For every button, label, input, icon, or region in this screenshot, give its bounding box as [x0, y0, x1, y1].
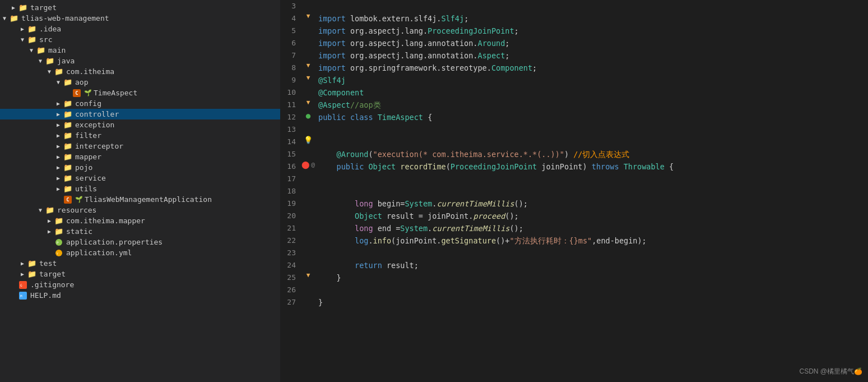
tree-item-com-itheima[interactable]: ▼ 📁 com.itheima	[0, 66, 280, 77]
arrow-service: ▶	[54, 175, 63, 181]
folder-icon-static: 📁	[54, 227, 64, 236]
folder-icon-utils: 📁	[63, 185, 73, 193]
line-num-21: 21	[280, 222, 303, 234]
arrow-com-itheima: ▼	[45, 68, 54, 75]
tree-item-config[interactable]: ▶ 📁 config	[0, 98, 280, 109]
tree-item-target-top[interactable]: ▶ 📁 target	[0, 2, 280, 13]
tree-item-timeaspect[interactable]: C 🌱 TimeAspect	[0, 88, 280, 98]
folder-icon-resources: 📁	[45, 206, 55, 214]
file-tree[interactable]: ▶ 📁 target ▼ 📁 tlias-web-management ▶ 📁 …	[0, 0, 280, 382]
folder-icon-service: 📁	[63, 174, 73, 182]
tree-item-main[interactable]: ▼ 📁 main	[0, 45, 280, 56]
tree-item-utils[interactable]: ▶ 📁 utils	[0, 183, 280, 194]
label-config: config	[75, 99, 101, 108]
arrow-controller: ▶	[54, 111, 63, 117]
code-line-14: 14 💡	[280, 136, 868, 148]
line-content-5: import org.aspectj.lang.ProceedingJoinPo…	[314, 25, 523, 37]
code-line-5: 5 import org.aspectj.lang.ProceedingJoin…	[280, 25, 868, 37]
label-tliasapp: TliasWebManagementApplication	[85, 195, 212, 204]
folder-icon-target-top: 📁	[18, 3, 28, 12]
label-static: static	[66, 227, 92, 236]
label-service: service	[75, 174, 106, 182]
tree-item-gitignore[interactable]: G .gitignore	[0, 279, 280, 290]
code-line-11: 11 ▼ @Aspect//aop类	[280, 99, 868, 111]
code-line-10: 10 @Component	[280, 86, 868, 99]
red-circle-16[interactable]: ⬤	[301, 160, 310, 169]
code-line-21: 21 long end =System.currentTimeMillis();	[280, 222, 868, 234]
line-content-22: log.info(joinPoint.getSignature()+"方法执行耗…	[314, 234, 651, 247]
label-target-bot: target	[39, 270, 66, 278]
tree-item-exception[interactable]: ▶ 📁 exception	[0, 119, 280, 130]
tree-item-target-bot[interactable]: ▶ 📁 target	[0, 269, 280, 279]
tree-item-tlias[interactable]: ▼ 📁 tlias-web-management	[0, 13, 280, 24]
bulb-icon-14[interactable]: 💡	[304, 136, 313, 144]
code-line-27: 27 }	[280, 296, 868, 309]
code-line-20: 20 Object result = joinPoint.proceed();	[280, 210, 868, 222]
class-icon-timeaspect: C	[72, 89, 82, 97]
line-content-27: }	[314, 296, 327, 309]
code-line-24: 24 return result;	[280, 259, 868, 271]
tree-item-idea[interactable]: ▶ 📁 .idea	[0, 24, 280, 34]
label-app-yml: application.yml	[66, 248, 132, 257]
tree-item-tliasapp[interactable]: C 🌱 TliasWebManagementApplication	[0, 194, 280, 205]
arrow-target-top: ▶	[9, 4, 18, 11]
folder-icon-java: 📁	[45, 57, 55, 65]
svg-text:Y: Y	[57, 252, 58, 255]
tree-item-controller[interactable]: ▶ 📁 controller	[0, 109, 280, 119]
tree-item-app-yml[interactable]: Y application.yml	[0, 247, 280, 258]
watermark: CSDN @橘里橘气🍊	[799, 367, 862, 376]
tree-item-src[interactable]: ▼ 📁 src	[0, 34, 280, 45]
line-num-11: 11	[280, 99, 303, 111]
folder-icon-main: 📁	[36, 46, 46, 54]
label-help-md: HELP.md	[30, 291, 61, 300]
label-exception: exception	[75, 121, 114, 129]
tree-item-static[interactable]: ▶ 📁 static	[0, 226, 280, 237]
folder-icon-test: 📁	[27, 259, 37, 268]
code-line-4: 4 ▼ import lombok.extern.slf4j.Slf4j;	[280, 12, 868, 25]
label-filter: filter	[75, 131, 101, 140]
label-utils: utils	[75, 185, 97, 193]
code-line-3: 3	[280, 0, 868, 12]
tree-item-app-props[interactable]: P application.properties	[0, 237, 280, 247]
code-line-18: 18	[280, 185, 868, 197]
tree-item-interceptor[interactable]: ▶ 📁 interceptor	[0, 141, 280, 151]
folder-icon-filter: 📁	[63, 131, 73, 140]
tree-item-filter[interactable]: ▶ 📁 filter	[0, 130, 280, 141]
arrow-static: ▶	[45, 228, 54, 234]
folder-icon-com-itheima: 📁	[54, 67, 64, 76]
code-line-6: 6 import org.aspectj.lang.annotation.Aro…	[280, 37, 868, 49]
folder-icon-interceptor: 📁	[63, 142, 73, 150]
code-line-9: 9 ▼ @Slf4j	[280, 74, 868, 86]
line-content-6: import org.aspectj.lang.annotation.Aroun…	[314, 37, 514, 49]
line-num-14: 14	[280, 136, 303, 148]
tree-item-help-md[interactable]: M HELP.md	[0, 290, 280, 301]
tree-item-aop[interactable]: ▼ 📁 aop	[0, 77, 280, 88]
tree-item-pojo[interactable]: ▶ 📁 pojo	[0, 162, 280, 173]
folder-icon-pojo: 📁	[63, 163, 73, 172]
folder-icon-config: 📁	[63, 99, 73, 108]
tree-item-mapper-res[interactable]: ▶ 📁 com.itheima.mapper	[0, 215, 280, 226]
folder-icon-idea: 📁	[27, 25, 37, 33]
arrow-src: ▼	[18, 36, 27, 43]
svg-text:M: M	[20, 294, 22, 298]
line-content-11: @Aspect//aop类	[314, 99, 386, 111]
line-content-8: import org.springframework.stereotype.Co…	[314, 62, 541, 74]
arrow-gutter-11: ▼	[307, 99, 310, 106]
gutter-16: ⬤ @	[303, 160, 314, 169]
label-timeaspect: TimeAspect	[94, 89, 137, 97]
line-num-13: 13	[280, 123, 303, 136]
arrow-main: ▼	[27, 47, 36, 53]
tree-item-java[interactable]: ▼ 📁 java	[0, 56, 280, 66]
tree-item-test[interactable]: ▶ 📁 test	[0, 258, 280, 269]
tree-item-mapper[interactable]: ▶ 📁 mapper	[0, 151, 280, 162]
line-content-7: import org.aspectj.lang.annotation.Aspec…	[314, 49, 514, 62]
tree-item-resources[interactable]: ▼ 📁 resources	[0, 205, 280, 215]
folder-icon-tlias: 📁	[9, 14, 19, 22]
line-num-12: 12	[280, 111, 303, 123]
tree-item-service[interactable]: ▶ 📁 service	[0, 173, 280, 183]
code-line-22: 22 log.info(joinPoint.getSignature()+"方法…	[280, 234, 868, 247]
folder-icon-src: 📁	[27, 35, 37, 44]
label-com-itheima: com.itheima	[66, 67, 114, 76]
label-main: main	[48, 46, 66, 54]
folder-icon-mapper-res: 📁	[54, 217, 64, 225]
